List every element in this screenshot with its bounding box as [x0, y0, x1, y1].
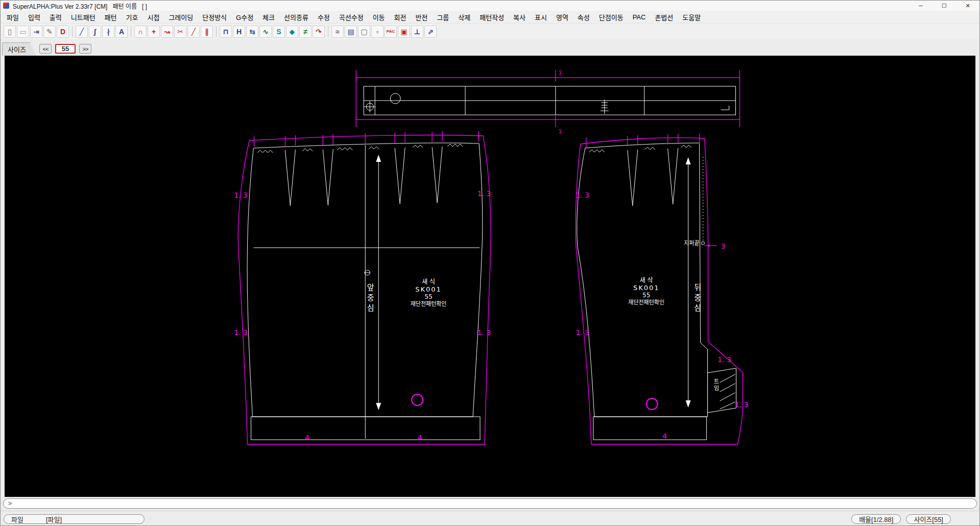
seam-width-label: 1. 3 [477, 189, 491, 198]
window-title: SuperALPHA:Plus Ver 2.33r7 [CM] 패턴 이름 [ … [13, 2, 147, 10]
pattern-back-skirt[interactable]: 지퍼끝 뒤중심 트임 새 삭 SK001 55 재단전패턴확인 1. 3 1. … [576, 133, 749, 444]
menu-item-속성[interactable]: 속성 [573, 11, 594, 23]
parallel-tool-icon[interactable]: ∥ [201, 26, 213, 38]
curve-arrow-icon[interactable]: ↷ [313, 26, 325, 38]
front-info-size: 55 [425, 293, 433, 300]
slash-tool-icon[interactable]: ∤ [102, 26, 114, 38]
size-tab[interactable]: 사이즈 [2, 42, 36, 56]
notch-tool-icon[interactable]: ≠ [299, 26, 312, 38]
scissors-icon[interactable]: ✂ [174, 26, 186, 38]
menu-item-니트패턴[interactable]: 니트패턴 [66, 11, 100, 23]
menu-item-회전[interactable]: 회전 [390, 11, 411, 23]
dashed-window-icon[interactable]: ▫ [371, 26, 384, 38]
menu-item-G수정[interactable]: G수정 [231, 11, 258, 23]
waist-notches [257, 144, 463, 153]
menu-item-도움말[interactable]: 도움말 [678, 11, 705, 23]
bracket-tool-icon[interactable]: ⊓ [220, 26, 232, 38]
front-center-label: 앞중심 [365, 283, 374, 314]
red-grid-icon[interactable]: ▣ [398, 26, 410, 38]
s-tool-icon[interactable]: S [273, 26, 285, 38]
line-tool-icon[interactable]: ╱ [76, 26, 88, 38]
menu-item-영역[interactable]: 영역 [552, 11, 573, 23]
toolbar-separator [328, 26, 328, 37]
back-info-line1: 새 삭 [640, 277, 653, 284]
window-icon[interactable]: ▢ [358, 26, 370, 38]
size-status-pill: 사이즈[55] [906, 514, 951, 524]
curve-tool-icon[interactable]: ∫ [89, 26, 101, 38]
hole-mark [647, 398, 658, 410]
title-bar: SuperALPHA:Plus Ver 2.33r7 [CM] 패턴 이름 [ … [1, 1, 979, 11]
pattern-drawing: 1 1 [5, 56, 975, 497]
menu-item-곡선수정[interactable]: 곡선수정 [334, 11, 368, 23]
menu-item-복사[interactable]: 복사 [509, 11, 530, 23]
close-button[interactable]: ✕ [956, 1, 979, 11]
import-icon[interactable]: ⇥ [30, 26, 42, 38]
menu-item-표시[interactable]: 표시 [530, 11, 552, 23]
menu-item-패턴작성[interactable]: 패턴작성 [475, 11, 509, 23]
menu-item-촌법선[interactable]: 촌법선 [650, 11, 678, 23]
seam-width-label: 1. 3 [234, 328, 248, 337]
pattern-canvas[interactable]: 1 1 [5, 56, 975, 497]
back-info-size: 55 [642, 292, 650, 299]
menu-item-입력[interactable]: 입력 [23, 11, 45, 23]
zipper-seam-label: 3 [721, 242, 726, 250]
menu-item-단정방식[interactable]: 단정방식 [198, 11, 231, 23]
zipper-end-label: 지퍼끝 [684, 240, 699, 247]
darts [285, 147, 442, 206]
menu-item-패턴[interactable]: 패턴 [100, 11, 122, 23]
minimize-button[interactable]: ─ [909, 1, 933, 11]
cross-move-icon[interactable]: + [148, 26, 160, 38]
menu-item-출력[interactable]: 출력 [45, 11, 66, 23]
menu-item-PAC[interactable]: PAC [628, 12, 651, 22]
menu-item-파일[interactable]: 파일 [2, 11, 23, 23]
plot-d-icon[interactable]: D [57, 26, 69, 38]
menu-item-그룹[interactable]: 그룹 [432, 11, 453, 23]
bend-arrow-icon[interactable]: ↝ [161, 26, 173, 38]
seam-width-label: 1. 3 [718, 355, 731, 364]
seam-width-label: 1. 3 [735, 400, 749, 409]
menu-item-그레이딩[interactable]: 그레이딩 [164, 11, 198, 23]
seam-width-label: 1. 3 [477, 328, 491, 337]
status-bar: 파일 [파일] 배율[1/2.88] 사이즈[55] [1, 511, 979, 526]
hole-mark [412, 394, 423, 405]
pattern-waistband[interactable]: 1 1 [356, 70, 739, 134]
hem-width-label: 4 [662, 432, 667, 440]
file-status-pill: 파일 [파일] [4, 514, 145, 524]
pac-icon[interactable]: PAC [385, 26, 397, 38]
wave-tool-icon[interactable]: ∿ [259, 26, 272, 38]
front-info-line1: 새 식 [422, 278, 435, 285]
size-next-button[interactable]: >> [79, 44, 91, 54]
size-prev-button[interactable]: << [39, 44, 52, 54]
file-status-label: 파일 [11, 514, 23, 524]
menu-item-기호[interactable]: 기호 [122, 11, 143, 23]
button-mark [390, 93, 400, 104]
measure-icon[interactable]: ⊥ [411, 26, 423, 38]
command-input[interactable]: > [3, 498, 977, 509]
arrow-ne-icon[interactable]: ⇗ [424, 26, 437, 38]
cut-line-icon[interactable]: ╱ [187, 26, 200, 38]
menu-item-반전[interactable]: 반전 [411, 11, 432, 23]
swap-tool-icon[interactable]: ⇆ [246, 26, 258, 38]
menu-item-수정[interactable]: 수정 [313, 11, 334, 23]
stamp-icon[interactable]: ✎ [43, 26, 56, 38]
toolbar-separator [72, 26, 73, 37]
text-tool-icon[interactable]: A [115, 26, 128, 38]
menu-item-시접[interactable]: 시접 [142, 11, 164, 23]
menu-item-선의종류[interactable]: 선의종류 [279, 11, 313, 23]
menu-item-이동[interactable]: 이동 [368, 11, 390, 23]
menu-item-체크[interactable]: 체크 [258, 11, 279, 23]
pattern-front-skirt[interactable]: 새 식 SK001 55 재단전패턴확인 앞중심 1. 3 1. 3 1. 3 … [234, 131, 491, 444]
arc-tool-icon[interactable]: ∩ [134, 26, 147, 38]
size-value-field[interactable]: 55 [55, 44, 76, 54]
back-center-label: 뒤중심 [692, 283, 702, 314]
maximize-button[interactable]: ☐ [933, 1, 956, 11]
diamond-tool-icon[interactable]: ◆ [286, 26, 298, 38]
menu-item-단점이동[interactable]: 단점이동 [594, 11, 628, 23]
new-file-icon[interactable]: ▯ [4, 26, 16, 38]
open-folder-icon[interactable]: ▭ [17, 26, 29, 38]
menu-item-삭제[interactable]: 삭제 [453, 11, 475, 23]
prompt-icon: > [8, 500, 12, 507]
h-tool-icon[interactable]: H [233, 26, 245, 38]
pages-icon[interactable]: ▤ [345, 26, 357, 38]
ruffle-tool-icon[interactable]: ≈ [331, 26, 344, 38]
